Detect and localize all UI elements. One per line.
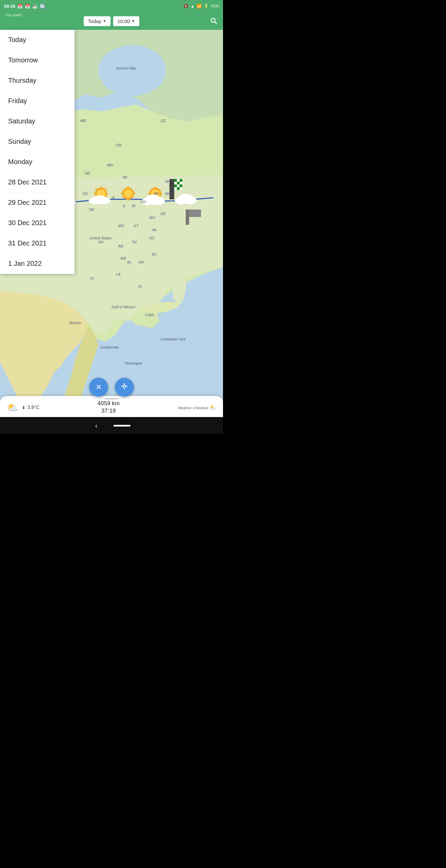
back-button[interactable]: ‹ xyxy=(93,419,100,432)
battery-icon: 🔋 xyxy=(204,4,209,8)
menu-item-dec28[interactable]: 28 Dec 2021 xyxy=(0,172,75,193)
search-button[interactable] xyxy=(208,15,219,27)
date-dropdown[interactable]: Today ▼ xyxy=(84,16,110,26)
app-header: Trip starts Today ▼ 10:00 ▼ xyxy=(0,12,223,30)
temperature-display: 🌡 3.9°C xyxy=(21,405,39,410)
time-dropdown-value: 10:00 xyxy=(117,18,130,24)
calendar-icon-1: 📅 xyxy=(17,4,23,9)
svg-rect-56 xyxy=(174,187,177,190)
date-dropdown-value: Today xyxy=(88,18,101,24)
weather-brand: Weather Unlocked ⛅ xyxy=(178,404,216,411)
menu-item-dec30[interactable]: 30 Dec 2021 xyxy=(0,213,75,233)
coffee-icon: ☕ xyxy=(32,4,38,9)
menu-item-jan1[interactable]: 1 Jan 2022 xyxy=(0,254,75,274)
nav-bar: ‹ xyxy=(0,417,223,434)
svg-rect-48 xyxy=(177,179,180,182)
svg-point-1 xyxy=(98,45,166,96)
svg-rect-50 xyxy=(174,182,177,184)
temperature-value: 3.9°C xyxy=(27,405,39,410)
status-bar: 09:28 📅 📅 ☕ 🔄 🔇 ▲ 📶 🔋 41% xyxy=(0,0,223,12)
svg-point-26 xyxy=(93,195,106,202)
svg-point-61 xyxy=(123,385,125,387)
location-fab-button[interactable] xyxy=(115,378,134,397)
calendar-icon-2: 📅 xyxy=(25,4,30,9)
svg-rect-52 xyxy=(180,182,182,184)
svg-rect-54 xyxy=(177,184,180,187)
time-dropdown-arrow: ▼ xyxy=(131,19,135,23)
weather-cloud-icon: ⛅ xyxy=(7,402,19,413)
menu-item-sunday[interactable]: Sunday xyxy=(0,132,75,152)
menu-item-monday[interactable]: Monday xyxy=(0,152,75,172)
battery-percent: 41% xyxy=(211,4,219,8)
svg-rect-60 xyxy=(189,210,201,217)
svg-point-28 xyxy=(124,189,133,198)
menu-item-dec29[interactable]: 29 Dec 2021 xyxy=(0,193,75,213)
location-fab-icon xyxy=(121,382,128,392)
trip-label: Trip starts xyxy=(5,13,22,17)
menu-item-today[interactable]: Today xyxy=(0,30,75,50)
bottom-handle xyxy=(105,398,118,399)
duration-value: 37:18 xyxy=(101,408,116,414)
svg-rect-57 xyxy=(177,187,180,190)
menu-item-friday[interactable]: Friday xyxy=(0,91,75,111)
svg-point-45 xyxy=(178,194,193,202)
signal-icon: 📶 xyxy=(197,4,202,8)
nav-indicator xyxy=(114,425,130,427)
menu-item-tomorrow[interactable]: Tomorrow xyxy=(0,50,75,71)
menu-item-thursday[interactable]: Thursday xyxy=(0,71,75,91)
menu-item-saturday[interactable]: Saturday xyxy=(0,111,75,132)
close-fab-button[interactable]: ✕ xyxy=(89,378,108,397)
dropdown-menu[interactable]: TodayTomorrowThursdayFridaySaturdaySunda… xyxy=(0,30,75,274)
svg-point-41 xyxy=(146,195,161,203)
svg-rect-51 xyxy=(177,182,180,184)
sync-icon: 🔄 xyxy=(40,4,45,9)
close-fab-icon: ✕ xyxy=(96,383,102,392)
date-dropdown-arrow: ▼ xyxy=(103,19,106,23)
fab-area: ✕ xyxy=(89,378,134,397)
bottom-bar: ⛅ 🌡 3.9°C 4059 km 37:18 Weather Unlocked… xyxy=(0,396,223,417)
time-dropdown[interactable]: 10:00 ▼ xyxy=(113,16,139,26)
svg-rect-58 xyxy=(180,187,182,190)
mute-icon: 🔇 xyxy=(183,4,188,8)
svg-rect-53 xyxy=(174,184,177,187)
status-time: 09:28 xyxy=(4,4,15,9)
svg-rect-49 xyxy=(180,179,182,182)
menu-item-dec31[interactable]: 31 Dec 2021 xyxy=(0,233,75,254)
wifi-icon: ▲ xyxy=(190,4,195,8)
search-icon xyxy=(209,17,218,25)
svg-rect-55 xyxy=(180,184,182,187)
back-icon: ‹ xyxy=(95,422,98,429)
svg-rect-59 xyxy=(186,210,189,225)
thermometer-icon: 🌡 xyxy=(21,405,26,410)
distance-value: 4059 km xyxy=(98,400,120,407)
svg-rect-46 xyxy=(169,179,174,199)
svg-rect-47 xyxy=(174,179,177,182)
